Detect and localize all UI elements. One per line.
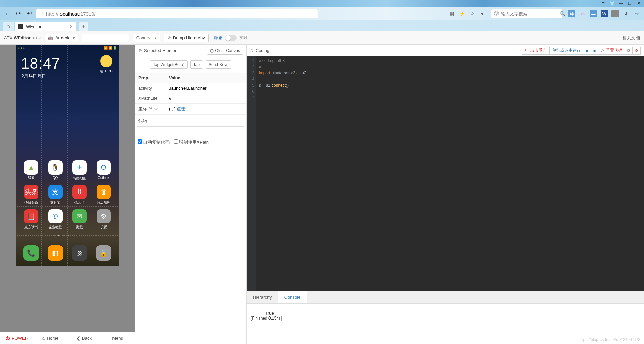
table-row: activity.launcher.Launcher xyxy=(135,83,246,93)
lightning-icon[interactable]: ⚡ xyxy=(458,11,465,17)
app-支付宝[interactable]: 支支付宝 xyxy=(45,185,66,205)
back-button[interactable]: ❮Back xyxy=(67,332,101,344)
app-微信[interactable]: ✉微信 xyxy=(69,209,90,230)
tap-button[interactable]: Tap xyxy=(190,60,203,69)
send-keys-button[interactable]: Send Keys xyxy=(206,60,231,69)
download-icon[interactable]: ⬇ xyxy=(622,10,630,17)
search-icon[interactable]: 🔍 xyxy=(560,11,566,16)
app-icon: 🐧 xyxy=(48,160,63,175)
platform-select[interactable]: 🤖 Android ▾ xyxy=(45,34,78,42)
back-icon[interactable]: ← xyxy=(3,10,12,18)
mode-toggle[interactable] xyxy=(225,35,237,41)
app-icon: O xyxy=(97,160,111,175)
dock-app-icon[interactable]: ◎ xyxy=(72,245,87,261)
window-minimize-icon[interactable]: — xyxy=(618,1,624,5)
coord-click-link[interactable]: 点击 xyxy=(177,106,186,111)
app-垃圾清理[interactable]: 🗑垃圾清理 xyxy=(93,185,114,205)
clear-canvas-button[interactable]: ▢Clear Canvas xyxy=(207,47,243,55)
favorite-icon[interactable]: ☆ xyxy=(469,11,475,17)
reset-code-button[interactable]: ⚠重置代码 xyxy=(598,47,625,55)
value-coord: ( , ) 点击 xyxy=(166,104,246,115)
reload-icon[interactable]: ⟳ xyxy=(14,10,22,18)
console-output: True [Finished 0.154s] https://blog.csdn… xyxy=(247,303,644,344)
window-skin-icon[interactable]: 👕 xyxy=(609,1,615,5)
undo-icon[interactable]: ↶ xyxy=(25,10,33,18)
copy-code-button[interactable]: ⧉ xyxy=(625,47,633,55)
tab-hierarchy[interactable]: Hierarchy xyxy=(247,291,278,303)
window-maximize-icon[interactable]: □ xyxy=(627,1,632,5)
app-今日头条[interactable]: 头条今日头条 xyxy=(20,185,42,205)
clock: 18:47 xyxy=(21,55,60,72)
force-xpath-checkbox[interactable]: 强制使用XPath xyxy=(174,139,209,145)
scissors-ext-icon[interactable]: ✄ xyxy=(579,10,586,17)
ext-dots-icon[interactable]: ⋯ xyxy=(611,10,619,17)
tap-widget-button[interactable]: Tap Widget(Beta) xyxy=(150,60,188,69)
app-Outlook[interactable]: OOutlook xyxy=(93,160,114,181)
app-设置[interactable]: ⚙设置 xyxy=(93,209,114,230)
app-高德地图[interactable]: ✈高德地图 xyxy=(69,160,90,181)
window-close-icon[interactable]: ✕ xyxy=(636,1,641,5)
app-亿通行[interactable]: ჱ亿通行 xyxy=(69,185,90,205)
menu-button[interactable]: Menu xyxy=(101,332,135,344)
chevron-down-icon: ▾ xyxy=(73,35,75,40)
ext-1-icon[interactable]: ▬ xyxy=(590,10,597,17)
app-57%[interactable]: ▲57% xyxy=(20,160,42,181)
stop-button[interactable]: ■ xyxy=(591,47,598,55)
tab-favicon-icon xyxy=(18,24,23,29)
shield-icon: ⛉ xyxy=(39,11,44,16)
home-icon: ⌂ xyxy=(42,336,45,341)
translate-ext-icon[interactable]: 译 xyxy=(568,10,575,17)
phone-screen[interactable]: ●●●⋯ 📶📶🔋 18:47 2月14日 周日 晴 19°C ▲57%🐧QQ✈高… xyxy=(16,45,119,266)
app-label: 微信 xyxy=(69,225,90,230)
platform-label: Android xyxy=(55,35,71,40)
window-menu-icon[interactable]: ≡ xyxy=(601,1,606,5)
home-button[interactable]: ⌂Home xyxy=(34,332,67,344)
app-QQ[interactable]: 🐧QQ xyxy=(45,160,66,181)
watermark: https://blog.csdn.net/u012400773/ xyxy=(578,337,640,342)
star-ext-icon[interactable]: ☆ xyxy=(633,10,641,17)
back-icon: ❮ xyxy=(76,336,80,341)
weather: 晴 19°C xyxy=(100,55,113,74)
docs-link[interactable]: 相关文档 xyxy=(622,35,640,41)
code-box[interactable] xyxy=(137,126,244,135)
dump-hierarchy-button[interactable]: ⟳ Dump Hierarchy xyxy=(164,34,209,42)
url-bar[interactable]: ⛉ http://localhost:17310/ xyxy=(36,9,318,18)
dock-app-icon[interactable]: ◧ xyxy=(48,245,63,261)
center-panel: ⊕ Selected Element ▢Clear Canvas Tap Wid… xyxy=(135,45,247,344)
word-ext-icon[interactable]: W xyxy=(601,10,608,17)
dock-app-icon[interactable]: 🔒 xyxy=(96,245,111,261)
app-icon: 📕 xyxy=(24,209,38,223)
window-layout-icon[interactable]: ▭ xyxy=(592,1,597,5)
reconnect-button[interactable]: ఠ点击重连 xyxy=(522,47,550,55)
coding-title: Coding xyxy=(256,48,269,53)
chevron-down-icon[interactable]: ▾ xyxy=(479,11,486,17)
code-editor[interactable]: 1234567 # coding: utf-8#import uiautomat… xyxy=(247,56,644,291)
dock-app-icon[interactable]: 📞 xyxy=(23,245,39,261)
tab-console[interactable]: Console xyxy=(278,291,307,304)
auto-copy-checkbox[interactable]: 自动复制代码 xyxy=(138,139,170,145)
reload-code-button[interactable]: ⟳ xyxy=(633,47,641,55)
app-label: 高德地图 xyxy=(69,176,90,181)
search-box[interactable]: Ⓢ 🔍 xyxy=(491,9,562,18)
selected-element-title: Selected Element xyxy=(144,48,179,53)
app-label: 企业微信 xyxy=(45,225,66,230)
app-京东读书[interactable]: 📕京东读书 xyxy=(20,209,42,230)
tab-weditor[interactable]: WEditor × xyxy=(15,22,76,31)
app-label: 57% xyxy=(20,176,42,180)
home-tab-icon[interactable]: ⌂ xyxy=(3,22,14,31)
power-button[interactable]: ⏻POWER xyxy=(0,332,34,344)
new-tab-icon[interactable]: + xyxy=(79,22,88,31)
search-input[interactable] xyxy=(501,11,558,16)
app-icon: ⚙ xyxy=(97,209,111,223)
tab-close-icon[interactable]: × xyxy=(70,24,73,29)
sun-icon xyxy=(100,55,112,67)
device-input[interactable] xyxy=(82,34,129,42)
connect-button[interactable]: Connect ● xyxy=(133,34,160,42)
app-label: 支付宝 xyxy=(45,200,66,205)
run-line-button[interactable]: 单行或选中运行 xyxy=(550,47,584,55)
app-企业微信[interactable]: ✆企业微信 xyxy=(45,209,66,230)
app-toolbar: ATX WEditor 0.6.3 🤖 Android ▾ Connect ● … xyxy=(0,31,644,45)
qr-icon[interactable]: ▦ xyxy=(448,11,455,17)
play-button[interactable]: ▶ xyxy=(584,47,591,55)
app-title: ATX WEditor 0.6.3 xyxy=(4,35,41,40)
